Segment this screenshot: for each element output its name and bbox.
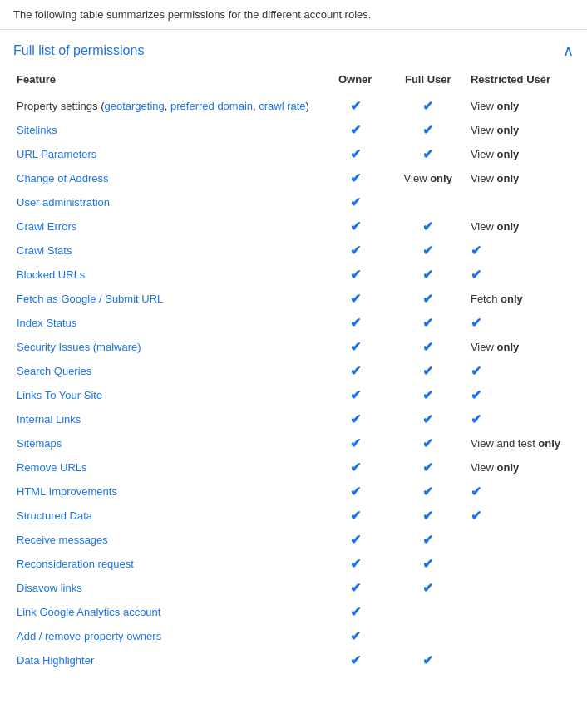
check-icon: ✔ [422, 412, 433, 426]
restricted-user-cell: View and test only [467, 431, 574, 455]
check-icon: ✔ [350, 653, 361, 667]
table-row: Structured Data✔✔✔ [13, 504, 574, 528]
feature-link[interactable]: Crawl Errors [17, 220, 76, 233]
feature-link[interactable]: Links To Your Site [17, 389, 102, 401]
feature-cell: Internal Links [13, 407, 322, 431]
feature-link[interactable]: Internal Links [17, 413, 81, 425]
full-user-cell: ✔ [389, 383, 467, 407]
table-row: HTML Improvements✔✔✔ [13, 480, 574, 504]
feature-link[interactable]: preferred domain [170, 100, 253, 112]
owner-cell: ✔ [322, 600, 389, 624]
full-user-cell: ✔ [389, 94, 467, 118]
feature-link[interactable]: Sitemaps [17, 437, 62, 450]
feature-link[interactable]: Blocked URLs [17, 268, 85, 281]
check-icon: ✔ [471, 243, 481, 258]
owner-cell: ✔ [322, 528, 389, 552]
check-icon: ✔ [350, 533, 361, 547]
feature-link[interactable]: Index Status [17, 317, 76, 329]
intro-text: The following table summarizes permissio… [0, 0, 587, 30]
table-row: Data Highlighter✔✔ [13, 648, 574, 672]
full-user-cell: ✔ [389, 335, 467, 359]
check-icon: ✔ [422, 460, 433, 475]
feature-link[interactable]: Add / remove property owners [17, 630, 161, 642]
table-row: Change of Address✔View onlyView only [13, 166, 574, 190]
feature-link[interactable]: Structured Data [17, 509, 92, 522]
feature-cell: Disavow links [13, 576, 322, 600]
restricted-text: View only [471, 220, 519, 233]
owner-cell: ✔ [322, 576, 389, 600]
feature-cell: Crawl Errors [13, 214, 322, 239]
check-icon: ✔ [422, 533, 433, 547]
feature-cell: Remove URLs [13, 455, 322, 480]
restricted-user-cell: ✔ [467, 407, 574, 431]
owner-cell: ✔ [322, 624, 389, 648]
table-row: Property settings (geotargeting, preferr… [13, 94, 574, 118]
restricted-user-cell: View only [467, 142, 574, 166]
check-icon: ✔ [350, 340, 361, 354]
feature-link[interactable]: Change of Address [17, 172, 109, 184]
restricted-user-cell [467, 528, 574, 552]
check-icon: ✔ [422, 219, 433, 234]
feature-link[interactable]: Remove URLs [17, 461, 87, 474]
check-icon: ✔ [350, 364, 361, 378]
check-icon: ✔ [422, 509, 433, 523]
owner-cell: ✔ [322, 214, 389, 239]
table-row: Sitelinks✔✔View only [13, 118, 574, 142]
check-icon: ✔ [422, 340, 433, 354]
check-icon: ✔ [350, 460, 361, 475]
table-row: Reconsideration request✔✔ [13, 552, 574, 576]
check-icon: ✔ [350, 316, 361, 330]
check-icon: ✔ [422, 316, 433, 330]
feature-link[interactable]: Disavow links [17, 582, 82, 594]
check-icon: ✔ [350, 292, 361, 306]
restricted-user-cell [467, 600, 574, 624]
check-icon: ✔ [471, 268, 481, 282]
table-row: Blocked URLs✔✔✔ [13, 263, 574, 287]
feature-link[interactable]: Sitelinks [17, 124, 57, 136]
feature-cell: Fetch as Google / Submit URL [13, 287, 322, 311]
feature-link[interactable]: geotargeting [105, 100, 165, 112]
chevron-up-icon[interactable]: ∧ [563, 42, 574, 60]
header-feature: Feature [13, 68, 322, 94]
table-row: Add / remove property owners✔ [13, 624, 574, 648]
check-icon: ✔ [471, 316, 481, 330]
table-row: Fetch as Google / Submit URL✔✔Fetch only [13, 287, 574, 311]
section-header: Full list of permissions ∧ [0, 30, 587, 68]
feature-link[interactable]: Receive messages [17, 534, 108, 546]
feature-link[interactable]: crawl rate [259, 100, 305, 112]
feature-cell: Security Issues (malware) [13, 335, 322, 359]
feature-cell: URL Parameters [13, 142, 322, 166]
feature-link[interactable]: User administration [17, 196, 110, 209]
restricted-user-cell: View only [467, 455, 574, 480]
check-icon: ✔ [350, 219, 361, 234]
restricted-user-cell: ✔ [467, 311, 574, 335]
feature-cell: Links To Your Site [13, 383, 322, 407]
owner-cell: ✔ [322, 263, 389, 287]
full-user-cell: ✔ [389, 214, 467, 239]
feature-link[interactable]: Link Google Analytics account [17, 606, 160, 618]
feature-link[interactable]: Reconsideration request [17, 558, 134, 570]
feature-cell: Property settings (geotargeting, preferr… [13, 94, 322, 118]
feature-link[interactable]: Security Issues (malware) [17, 341, 141, 353]
full-user-cell: ✔ [389, 311, 467, 335]
restricted-text: View only [471, 124, 519, 136]
check-icon: ✔ [350, 436, 361, 450]
feature-cell: Sitelinks [13, 118, 322, 142]
feature-link[interactable]: Fetch as Google / Submit URL [17, 293, 163, 305]
feature-cell: User administration [13, 190, 322, 214]
feature-link[interactable]: Data Highlighter [17, 654, 94, 667]
restricted-user-cell [467, 576, 574, 600]
restricted-user-cell: View only [467, 166, 574, 190]
intro-section: The following table summarizes permissio… [0, 0, 587, 30]
check-icon: ✔ [350, 123, 361, 137]
full-user-cell: ✔ [389, 480, 467, 504]
feature-link[interactable]: HTML Improvements [17, 485, 117, 498]
feature-link[interactable]: Crawl Stats [17, 244, 72, 257]
feature-link[interactable]: URL Parameters [17, 148, 96, 160]
check-icon: ✔ [422, 653, 433, 667]
table-row: Receive messages✔✔ [13, 528, 574, 552]
check-icon: ✔ [422, 243, 433, 258]
feature-cell: Blocked URLs [13, 263, 322, 287]
owner-cell: ✔ [322, 359, 389, 383]
feature-link[interactable]: Search Queries [17, 365, 91, 377]
